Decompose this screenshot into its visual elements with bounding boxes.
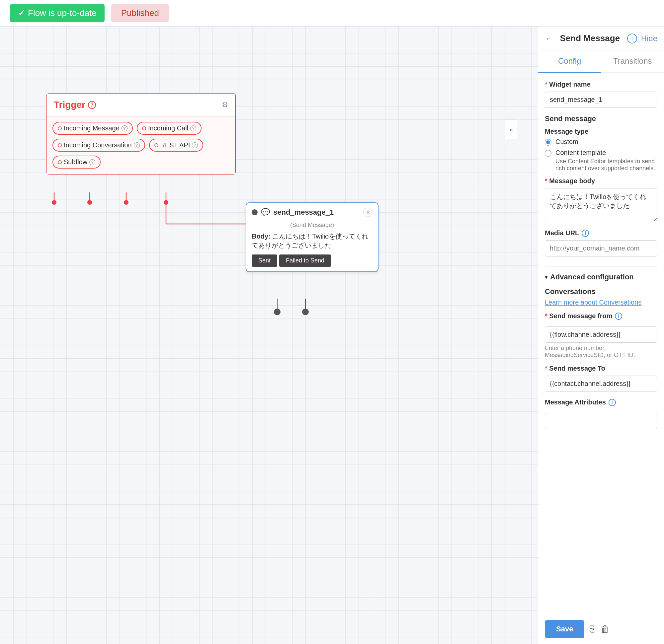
panel-back-button[interactable]: ← [545, 34, 553, 43]
send-message-section-title: Send message [545, 114, 657, 123]
svg-point-13 [274, 308, 281, 315]
pill-label: Subflow [64, 158, 87, 166]
panel-header: ← Send Message i Hide [538, 26, 664, 50]
message-body-label: Message body [545, 177, 657, 185]
message-attributes-info-icon[interactable]: i [608, 399, 616, 406]
media-url-info-icon[interactable]: i [582, 230, 589, 237]
trigger-pills: Incoming Message ? Incoming Call ? Incom… [47, 116, 235, 174]
node-status-dot [252, 209, 257, 215]
send-to-input[interactable] [545, 375, 657, 392]
trigger-title: Trigger ? [54, 100, 96, 110]
advanced-label: Advanced configuration [550, 273, 634, 281]
pill-dot [154, 143, 158, 147]
pill-dot [142, 126, 146, 130]
panel-tabs: Config Transitions [538, 50, 664, 73]
learn-more-link[interactable]: Learn more about Conversations [545, 299, 657, 306]
trigger-label: Trigger [54, 100, 85, 110]
trigger-settings-icon[interactable]: ⚙ [222, 101, 228, 109]
flow-status-button[interactable]: Flow is up-to-date [10, 4, 105, 22]
collapse-panel-button[interactable]: « [505, 120, 518, 139]
radio-custom-label: Custom [556, 138, 578, 146]
node-type-label: (Send Message) [246, 222, 378, 232]
panel-footer: Save ⎘ 🗑 [538, 614, 664, 644]
delete-button[interactable]: 🗑 [601, 624, 610, 635]
advanced-toggle[interactable]: ▾ Advanced configuration [545, 273, 657, 281]
svg-point-7 [164, 200, 168, 205]
save-button[interactable]: Save [545, 620, 584, 638]
send-message-node: 💬 send_message_1 ✕ (Send Message) Body: … [246, 202, 378, 272]
svg-point-3 [87, 200, 92, 205]
trigger-block: Trigger ? ⚙ Incoming Message ? Incoming … [46, 93, 236, 174]
advanced-section: ▾ Advanced configuration Conversations L… [545, 266, 657, 436]
pill-help-icon[interactable]: ? [190, 125, 196, 131]
node-close-button[interactable]: ✕ [363, 208, 373, 217]
sent-button[interactable]: Sent [252, 255, 277, 267]
media-url-text: Media URL [545, 229, 579, 237]
radio-custom: Custom [545, 138, 657, 146]
send-from-info-icon[interactable]: i [615, 313, 622, 320]
message-type-label: Message type [545, 128, 657, 135]
svg-point-1 [52, 200, 57, 205]
pill-subflow[interactable]: Subflow ? [53, 156, 101, 169]
radio-template-label: Content template [556, 149, 657, 157]
pill-rest-api[interactable]: REST API ? [149, 139, 204, 152]
pill-incoming-message[interactable]: Incoming Message ? [53, 122, 133, 135]
panel-content: Widget name Send message Message type Cu… [538, 73, 664, 614]
pill-incoming-call[interactable]: Incoming Call ? [137, 122, 202, 135]
panel-info-button[interactable]: i [627, 34, 637, 43]
trigger-help-icon[interactable]: ? [88, 101, 96, 109]
copy-button[interactable]: ⎘ [589, 624, 595, 635]
send-from-label: Send message from [545, 312, 612, 320]
node-body: Body: こんにちは！Twilioを使ってくれてありがとうございました Sen… [246, 232, 378, 272]
chat-icon: 💬 [261, 208, 270, 217]
panel-title: Send Message [557, 33, 623, 43]
node-left: 💬 send_message_1 [252, 208, 334, 217]
message-attributes-label: Message Attributes [545, 399, 606, 406]
send-from-helper: Enter a phone number, MessagingServiceSI… [545, 345, 657, 359]
pill-help-icon[interactable]: ? [134, 142, 140, 148]
radio-template-desc: Use Content Editor templates to send ric… [556, 158, 657, 172]
send-from-input[interactable] [545, 326, 657, 343]
toolbar: Flow is up-to-date Published [0, 0, 664, 26]
right-panel: ← Send Message i Hide Config Transitions… [538, 26, 664, 644]
pill-help-icon[interactable]: ? [89, 159, 95, 165]
media-url-label-row: Media URL i [545, 229, 657, 237]
pill-label: Incoming Call [148, 124, 188, 132]
radio-template-input[interactable] [545, 150, 552, 157]
widget-name-input[interactable] [545, 91, 657, 108]
published-button[interactable]: Published [111, 4, 169, 22]
message-body-textarea[interactable]: こんにちは！Twilioを使ってくれてありがとうございました [545, 188, 657, 221]
tab-config[interactable]: Config [538, 50, 601, 73]
pill-dot [58, 143, 62, 147]
pill-label: Incoming Message [64, 124, 120, 132]
node-buttons: Sent Failed to Send [252, 255, 373, 267]
conversations-title: Conversations [545, 287, 657, 296]
radio-group-message-type: Custom Content template Use Content Edit… [545, 138, 657, 172]
panel-hide-button[interactable]: Hide [641, 34, 657, 43]
pill-help-icon[interactable]: ? [192, 142, 198, 148]
pill-label: Incoming Conversation [64, 141, 132, 149]
chevron-down-icon: ▾ [545, 274, 547, 280]
published-label: Published [121, 8, 159, 18]
message-attributes-input[interactable] [545, 413, 657, 429]
collapse-icon: « [509, 126, 513, 133]
pill-incoming-conversation[interactable]: Incoming Conversation ? [53, 139, 145, 152]
pill-dot [58, 126, 62, 130]
body-prefix: Body: [252, 233, 271, 240]
trigger-header: Trigger ? ⚙ [47, 93, 235, 116]
message-attributes-label-row: Message Attributes i [545, 399, 657, 406]
svg-point-5 [124, 200, 128, 205]
node-name-label: send_message_1 [273, 208, 334, 217]
failed-to-send-button[interactable]: Failed to Send [279, 255, 331, 267]
media-url-input[interactable] [545, 240, 657, 256]
send-to-label: Send message To [545, 365, 657, 372]
widget-name-label: Widget name [545, 81, 657, 88]
tab-transitions[interactable]: Transitions [601, 50, 664, 73]
pill-label: REST API [160, 141, 190, 149]
radio-template: Content template Use Content Editor temp… [545, 149, 657, 172]
pill-dot [58, 160, 62, 164]
pill-help-icon[interactable]: ? [122, 125, 127, 131]
svg-point-15 [302, 308, 309, 315]
radio-custom-input[interactable] [545, 139, 552, 146]
flow-status-label: Flow is up-to-date [28, 8, 97, 18]
